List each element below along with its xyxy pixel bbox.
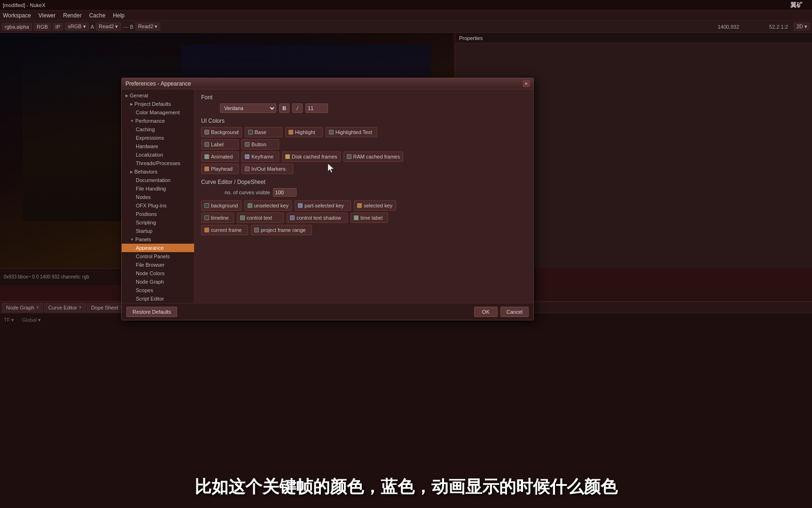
curve-section-label: Curve Editor / DopeSheet	[201, 179, 527, 185]
label-background: Background	[211, 129, 239, 135]
sidebar-item-behaviors[interactable]: ▶Behaviors	[122, 167, 194, 176]
sidebar-item-caching[interactable]: Caching	[122, 125, 194, 134]
color-chip-control-text[interactable]: control text	[237, 213, 284, 223]
sidebar-item-scopes[interactable]: Scopes	[122, 286, 194, 294]
sidebar-item-ofx[interactable]: OFX Plug-ins	[122, 201, 194, 210]
menu-bar: Workspace Viewer Render Cache Help	[0, 10, 812, 21]
label-disk-cached: Disk cached frames	[292, 154, 337, 159]
color-chip-part-selected-key[interactable]: part-selected key	[295, 200, 351, 211]
color-chip-inout-markers[interactable]: In/Out Markers	[242, 164, 293, 174]
swatch-ram-cached	[347, 154, 351, 159]
sidebar-item-appearance[interactable]: Appearance	[122, 244, 194, 252]
sidebar-item-performance[interactable]: ▼Performance	[122, 117, 194, 125]
sidebar-item-project-defaults[interactable]: ▶Project Defaults	[122, 100, 194, 108]
swatch-button	[245, 142, 250, 147]
color-chip-control-text-shadow[interactable]: control text shadow	[287, 213, 348, 223]
color-chip-playhead[interactable]: Playhead	[201, 164, 239, 174]
label-keyframe: Keyframe	[251, 154, 273, 159]
sidebar-item-file-handling[interactable]: File Handling	[122, 184, 194, 193]
swatch-animated	[204, 154, 209, 159]
color-chip-timeline[interactable]: timeline	[201, 213, 234, 223]
menu-cache[interactable]: Cache	[89, 12, 106, 19]
color-chip-unselected-key[interactable]: unselected key	[244, 200, 292, 211]
label-playhead: Playhead	[211, 166, 233, 172]
sidebar-item-scripting[interactable]: Scripting	[122, 218, 194, 227]
sidebar-item-file-browser[interactable]: File Browser	[122, 261, 194, 269]
menu-help[interactable]: Help	[113, 12, 125, 19]
status-text: 0x933 bbox~ 0 0 1400 932 channels: rgb	[4, 274, 89, 279]
no-curves-input[interactable]	[273, 188, 297, 197]
swatch-highlight	[289, 130, 293, 135]
sidebar-item-nodes[interactable]: Nodes	[122, 193, 194, 201]
font-size-input[interactable]	[305, 103, 328, 113]
color-chip-bg-curve[interactable]: background	[201, 200, 242, 211]
sidebar-item-documentation[interactable]: Documentation	[122, 176, 194, 184]
ip-btn[interactable]: IP	[53, 23, 63, 31]
curve-color-row-2: timeline control text control text shado…	[201, 213, 527, 223]
swatch-control-text-shadow	[290, 215, 295, 220]
sidebar-item-general[interactable]: ▶General	[122, 91, 194, 100]
color-chip-background[interactable]: Background	[201, 127, 242, 137]
color-row-4: Playhead In/Out Markers	[201, 164, 527, 174]
dialog-title: Preferences - Appearance	[125, 80, 191, 87]
sidebar-item-node-graph[interactable]: Node Graph	[122, 278, 194, 286]
tab-curve-editor-close[interactable]: ×	[79, 305, 82, 310]
colorspace-select[interactable]: sRGB ▾	[65, 23, 88, 31]
sidebar-item-color-management[interactable]: Color Management	[122, 108, 194, 117]
color-chip-base[interactable]: Base	[245, 127, 282, 137]
color-chip-time-label[interactable]: time label	[351, 213, 388, 223]
color-chip-highlight[interactable]: Highlight	[285, 127, 323, 137]
sidebar-item-control-panels[interactable]: Control Panels	[122, 252, 194, 261]
window-title: [modified] - NukeX	[3, 2, 45, 8]
color-chip-animated[interactable]: Animated	[201, 151, 239, 162]
color-mode[interactable]: RGB	[34, 23, 51, 31]
font-bold-btn[interactable]: B	[279, 103, 289, 113]
color-chip-highlighted-text[interactable]: Highlighted Text	[326, 127, 377, 137]
restore-defaults-button[interactable]: Restore Defaults	[126, 307, 177, 317]
dialog-close-button[interactable]: ✕	[523, 80, 530, 87]
color-chip-disk-cached[interactable]: Disk cached frames	[282, 151, 341, 162]
coord-display: 1400,932	[718, 24, 739, 30]
label-part-selected-key: part-selected key	[304, 203, 344, 208]
tab-node-graph-close[interactable]: ×	[36, 305, 39, 310]
view-mode[interactable]: 2D ▾	[794, 23, 810, 31]
sidebar-item-localization[interactable]: Localization	[122, 151, 194, 159]
color-chip-button[interactable]: Button	[242, 139, 279, 150]
menu-viewer[interactable]: Viewer	[39, 12, 55, 19]
read2-a[interactable]: Read2 ▾	[96, 23, 121, 31]
color-chip-keyframe[interactable]: Keyframe	[242, 151, 279, 162]
sidebar-item-script-editor[interactable]: Script Editor	[122, 294, 194, 303]
cancel-button[interactable]: Cancel	[500, 307, 529, 317]
swatch-selected-key	[357, 203, 362, 208]
label-project-frame-range: project frame range	[261, 227, 305, 233]
sidebar-item-positions[interactable]: Positions	[122, 210, 194, 218]
color-row-2: Label Button	[201, 139, 527, 150]
font-italic-btn[interactable]: /	[292, 103, 303, 113]
sidebar-item-startup[interactable]: Startup	[122, 227, 194, 235]
sidebar-item-panels[interactable]: ▼Panels	[122, 235, 194, 244]
sidebar-item-threads[interactable]: Threads/Processes	[122, 159, 194, 167]
font-family-select[interactable]: Verdana	[220, 103, 276, 113]
color-row-3: Animated Keyframe Disk cached frames	[201, 151, 527, 162]
sidebar-item-expressions[interactable]: Expressions	[122, 134, 194, 142]
separator: —	[123, 24, 128, 30]
sidebar-item-node-colors[interactable]: Node Colors	[122, 269, 194, 278]
curves-visible-row: no. of curves visible	[201, 188, 527, 197]
sidebar-item-hardware[interactable]: Hardware	[122, 142, 194, 151]
swatch-current-frame	[204, 228, 209, 232]
color-chip-ram-cached[interactable]: RAM cached frames	[344, 151, 404, 162]
dialog-footer: Restore Defaults OK Cancel	[122, 303, 533, 320]
color-chip-current-frame[interactable]: current frame	[201, 225, 248, 235]
ok-button[interactable]: OK	[474, 307, 498, 317]
font-row: Verdana B /	[220, 103, 527, 113]
color-chip-label[interactable]: Label	[201, 139, 239, 150]
menu-render[interactable]: Render	[63, 12, 81, 19]
tab-curve-editor[interactable]: Curve Editor ×	[44, 303, 86, 312]
color-chip-selected-key[interactable]: selected key	[354, 200, 396, 211]
menu-workspace[interactable]: Workspace	[3, 12, 31, 19]
swatch-project-frame-range	[254, 228, 259, 232]
read2-b[interactable]: Read2 ▾	[135, 23, 160, 31]
color-chip-project-frame-range[interactable]: project frame range	[251, 225, 312, 235]
tab-node-graph[interactable]: Node Graph ×	[2, 303, 43, 312]
channel-select[interactable]: rgba.alpha	[2, 23, 32, 31]
